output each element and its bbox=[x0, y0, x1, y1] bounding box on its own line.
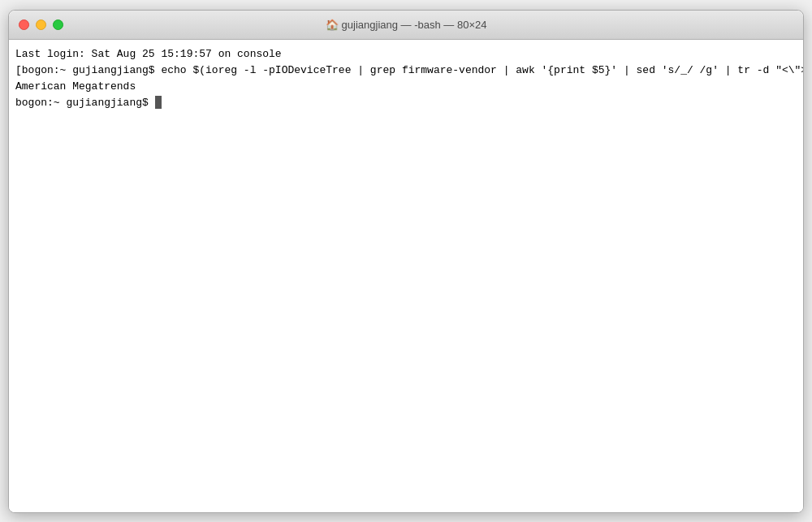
title-text: 🏠gujiangjiang — -bash — 80×24 bbox=[326, 19, 487, 31]
title-bar: 🏠gujiangjiang — -bash — 80×24 bbox=[9, 11, 803, 40]
minimize-button[interactable] bbox=[36, 19, 46, 30]
terminal-body[interactable]: Last login: Sat Aug 25 15:19:57 on conso… bbox=[9, 40, 803, 512]
traffic-lights bbox=[19, 19, 63, 30]
home-icon: 🏠 bbox=[326, 19, 339, 31]
maximize-button[interactable] bbox=[53, 19, 63, 30]
cursor bbox=[155, 96, 162, 109]
terminal-output: Last login: Sat Aug 25 15:19:57 on conso… bbox=[15, 46, 797, 112]
terminal-window: 🏠gujiangjiang — -bash — 80×24 Last login… bbox=[8, 10, 804, 513]
close-button[interactable] bbox=[19, 19, 29, 30]
